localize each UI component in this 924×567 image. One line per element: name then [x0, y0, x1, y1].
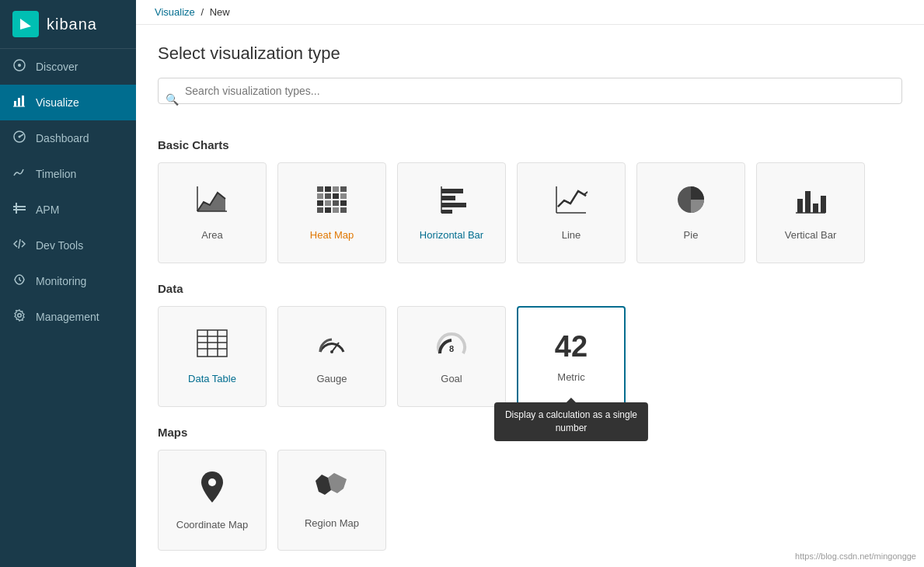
svg-rect-4 — [22, 96, 24, 106]
sidebar-item-apm[interactable]: APM — [0, 192, 136, 228]
search-input[interactable] — [158, 78, 902, 104]
sidebar-label-discover: Discover — [36, 61, 78, 73]
svg-rect-29 — [340, 207, 347, 213]
card-region-map[interactable]: Region Map — [277, 450, 386, 551]
line-icon — [555, 185, 588, 221]
dashboard-icon — [12, 130, 26, 146]
sidebar-item-dashboard[interactable]: Dashboard — [0, 120, 136, 156]
region-map-icon — [314, 471, 350, 510]
svg-text:8: 8 — [449, 344, 454, 353]
svg-rect-32 — [441, 196, 455, 200]
card-goal[interactable]: 8 Goal — [397, 306, 506, 407]
svg-rect-2 — [14, 101, 16, 106]
coordinate-map-icon — [196, 470, 228, 511]
sidebar-item-timelion[interactable]: Timelion — [0, 156, 136, 192]
apm-icon — [12, 202, 26, 217]
breadcrumb: Visualize / New — [136, 0, 924, 25]
card-label-region-map: Region Map — [305, 517, 359, 529]
svg-point-51 — [330, 350, 333, 353]
svg-rect-26 — [317, 207, 323, 213]
svg-rect-22 — [317, 200, 323, 206]
svg-rect-10 — [16, 203, 17, 214]
gauge-icon — [316, 329, 348, 365]
svg-rect-21 — [340, 193, 347, 199]
svg-rect-27 — [325, 207, 331, 213]
vertical-bar-icon — [794, 185, 827, 221]
card-label-coordinate-map: Coordinate Map — [176, 519, 249, 530]
card-metric[interactable]: 42 Metric Display a calculation as a sin… — [517, 306, 626, 407]
card-vertical-bar[interactable]: Vertical Bar — [756, 162, 865, 263]
devtools-icon — [12, 238, 26, 253]
main-content: Visualize / New Select visualization typ… — [136, 0, 924, 567]
sidebar-item-devtools[interactable]: Dev Tools — [0, 228, 136, 263]
sidebar-label-monitoring: Monitoring — [36, 275, 86, 287]
card-label-goal: Goal — [441, 373, 462, 384]
svg-point-7 — [19, 136, 21, 138]
svg-rect-28 — [333, 207, 339, 213]
metric-icon: 42 — [555, 331, 588, 364]
breadcrumb-separator: / — [200, 6, 206, 18]
monitoring-icon — [12, 273, 26, 289]
sidebar-label-visualize: Visualize — [36, 96, 79, 109]
card-heatmap[interactable]: Heat Map — [277, 162, 386, 263]
svg-rect-14 — [317, 186, 323, 192]
search-wrapper: 🔍 — [158, 78, 902, 121]
data-grid: Data Table Gauge — [158, 306, 902, 407]
svg-rect-31 — [441, 189, 463, 193]
svg-rect-18 — [317, 193, 323, 199]
timelion-icon — [12, 166, 26, 182]
svg-rect-20 — [333, 193, 339, 199]
heatmap-icon — [316, 185, 348, 221]
svg-rect-8 — [13, 206, 26, 207]
card-line[interactable]: Line — [517, 162, 626, 263]
svg-rect-42 — [813, 203, 818, 213]
card-horizontal-bar[interactable]: Horizontal Bar — [397, 162, 506, 263]
horizontal-bar-icon — [435, 185, 468, 221]
svg-rect-19 — [325, 193, 331, 199]
breadcrumb-parent[interactable]: Visualize — [155, 6, 195, 18]
data-table-icon — [196, 329, 228, 365]
maps-grid: Coordinate Map Region Map — [158, 450, 902, 551]
pie-icon — [675, 185, 707, 221]
breadcrumb-current: New — [210, 6, 230, 18]
sidebar-label-timelion: Timelion — [36, 168, 76, 180]
svg-point-1 — [18, 64, 21, 67]
card-label-data-table: Data Table — [188, 373, 236, 384]
svg-rect-9 — [13, 209, 26, 210]
sidebar-item-discover[interactable]: Discover — [0, 49, 136, 85]
sidebar-item-visualize[interactable]: Visualize — [0, 85, 136, 120]
svg-rect-41 — [805, 191, 811, 213]
sidebar-label-management: Management — [36, 311, 99, 323]
content-area: Select visualization type 🔍 Basic Charts… — [136, 25, 924, 567]
card-coordinate-map[interactable]: Coordinate Map — [158, 450, 267, 551]
card-pie[interactable]: Pie — [636, 162, 745, 263]
section-title-maps: Maps — [158, 426, 902, 439]
visualize-icon — [12, 95, 26, 110]
kibana-logo-text: kibana — [47, 16, 97, 33]
card-label-pie: Pie — [684, 229, 699, 241]
card-area[interactable]: Area — [158, 162, 267, 263]
discover-icon — [12, 59, 26, 75]
card-label-hbar: Horizontal Bar — [420, 229, 483, 241]
basic-charts-grid: Area — [158, 162, 902, 263]
logo-area: kibana — [0, 0, 136, 49]
area-icon — [196, 185, 228, 221]
sidebar-label-dashboard: Dashboard — [36, 132, 89, 144]
sidebar-label-apm: APM — [36, 203, 59, 216]
sidebar-item-management[interactable]: Management — [0, 299, 136, 335]
svg-rect-33 — [441, 203, 466, 207]
svg-rect-34 — [441, 210, 452, 214]
svg-point-53 — [208, 478, 216, 486]
card-label-area: Area — [201, 229, 222, 241]
svg-rect-43 — [821, 196, 826, 213]
svg-rect-25 — [340, 200, 347, 206]
card-label-metric: Metric — [557, 371, 584, 383]
sidebar: kibana Discover Visualize Dashboard Time… — [0, 0, 136, 567]
svg-rect-15 — [325, 186, 331, 192]
card-label-line: Line — [562, 229, 581, 241]
sidebar-item-monitoring[interactable]: Monitoring — [0, 263, 136, 299]
kibana-logo-icon — [12, 11, 39, 37]
card-data-table[interactable]: Data Table — [158, 306, 267, 407]
card-gauge[interactable]: Gauge — [277, 306, 386, 407]
page-title: Select visualization type — [158, 43, 902, 64]
